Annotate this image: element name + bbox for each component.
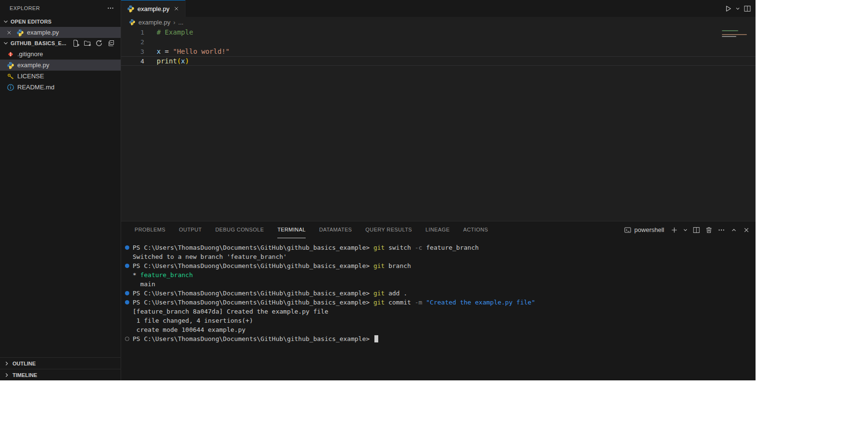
code-line-2[interactable]: 2 [121,37,756,47]
timeline-section-header[interactable]: TIMELINE [0,369,121,380]
panel-actions: powershell [621,225,752,235]
panel-tab-terminal[interactable]: TERMINAL [277,221,306,238]
split-editor-button[interactable] [742,3,753,14]
chevron-down-icon [734,5,741,12]
explorer-header: EXPLORER [0,0,121,16]
terminal-text: PS C:\Users\ThomasDuong\Documents\GitHub… [133,299,535,306]
code-line-1[interactable]: 1# Example [121,27,756,37]
explorer-more-actions-button[interactable] [105,3,116,13]
code-text: x = "Hello world!" [144,48,230,55]
split-terminal-button[interactable] [691,225,702,235]
plus-icon [670,226,678,234]
chevron-up-icon [730,226,738,234]
explorer-title: EXPLORER [10,5,40,11]
tab-label: example.py [137,5,169,12]
terminal[interactable]: PS C:\Users\ThomasDuong\Documents\GitHub… [121,238,756,343]
panel-tab-actions[interactable]: ACTIONS [463,221,488,238]
breadcrumb-file[interactable]: example.py [138,19,170,26]
info-icon [7,84,14,91]
terminal-line: create mode 100644 example.py [121,325,756,334]
code-text: # Example [144,28,193,36]
minimap[interactable] [720,27,755,38]
new-folder-button[interactable] [82,38,93,49]
refresh-icon [95,39,103,47]
python-icon [16,29,24,36]
minimap-line [722,34,747,35]
code-text: print(x) [144,57,189,65]
command-decoration-icon[interactable] [121,245,133,250]
terminal-icon [624,226,632,234]
explorer-sidebar: EXPLORER OPEN EDITORS example.py GITHUB_… [0,0,121,380]
chevron-down-icon [2,39,10,47]
file-label: README.md [17,84,54,91]
code-line-4[interactable]: 4print(x) [121,56,756,66]
code-line-3[interactable]: 3x = "Hello world!" [121,47,756,56]
run-python-file-button[interactable] [723,3,733,14]
close-tab-button[interactable] [172,4,180,13]
code-editor[interactable]: 1# Example23x = "Hello world!"4print(x) [121,27,756,221]
command-decoration-icon[interactable] [121,300,133,304]
new-terminal-button[interactable] [669,225,680,235]
line-number: 2 [121,38,144,46]
command-decoration-icon[interactable] [121,264,133,268]
vscode-window: EXPLORER OPEN EDITORS example.py GITHUB_… [0,0,756,380]
ellipsis-icon [718,226,725,234]
minimap-line [722,30,738,31]
terminal-line: PS C:\Users\ThomasDuong\Documents\GitHub… [121,334,756,343]
terminal-line: PS C:\Users\ThomasDuong\Documents\GitHub… [121,261,756,270]
editor-actions [723,0,756,17]
command-decoration-icon[interactable] [121,337,133,341]
terminal-text: create mode 100644 example.py [133,326,246,333]
close-icon [6,29,12,36]
panel-tab-lineage[interactable]: LINEAGE [425,221,450,238]
panel-more-actions-button[interactable] [716,225,727,235]
close-editor-button[interactable] [5,28,13,37]
new-file-button[interactable] [71,38,81,49]
collapse-all-icon [107,39,114,47]
open-editors-label: OPEN EDITORS [11,19,51,24]
chevron-right-icon [3,371,11,379]
trash-icon [705,226,713,234]
panel-tab-debug-console[interactable]: DEBUG CONSOLE [215,221,264,238]
breadcrumb-symbol[interactable]: ... [178,19,184,26]
open-editors-section-header[interactable]: OPEN EDITORS [0,16,121,27]
close-panel-button[interactable] [741,225,752,235]
file-item-gitignore[interactable]: .gitignore [0,49,121,60]
open-editor-label: example.py [27,29,59,36]
launch-profile-dropdown-button[interactable] [682,225,689,235]
new-folder-icon [84,39,91,47]
command-decoration-icon[interactable] [121,291,133,295]
close-icon [743,226,750,234]
terminal-text: PS C:\Users\ThomasDuong\Documents\GitHub… [133,262,411,269]
collapse-folders-button[interactable] [105,38,116,49]
open-editor-item-example-py[interactable]: example.py [0,27,121,38]
file-item-readme[interactable]: README.md [0,82,121,93]
workspace-section-header[interactable]: GITHUB_BASICS_E... [0,38,121,49]
tab-example-py[interactable]: example.py [121,0,186,17]
refresh-explorer-button[interactable] [94,38,104,49]
terminal-text: PS C:\Users\ThomasDuong\Documents\GitHub… [133,290,407,297]
python-icon [127,5,135,12]
split-panel-icon [693,226,700,234]
run-dropdown-button[interactable] [734,3,741,14]
maximize-panel-button[interactable] [729,225,739,235]
panel-tab-output[interactable]: OUTPUT [179,221,202,238]
terminal-shell-selector[interactable]: powershell [621,226,667,234]
panel-tab-datamates[interactable]: DATAMATES [319,221,352,238]
panel-tab-query-results[interactable]: QUERY RESULTS [365,221,412,238]
outline-section-header[interactable]: OUTLINE [0,357,121,369]
file-label: example.py [17,61,49,69]
file-item-license[interactable]: LICENSE [0,71,121,82]
line-number: 3 [121,48,144,55]
workspace-name: GITHUB_BASICS_E... [11,40,66,46]
outline-label: OUTLINE [12,361,36,366]
kill-terminal-button[interactable] [704,225,714,235]
terminal-line: PS C:\Users\ThomasDuong\Documents\GitHub… [121,243,756,252]
code-lines: 1# Example23x = "Hello world!"4print(x) [121,27,756,66]
breadcrumb-separator: › [173,19,175,26]
terminal-content: PS C:\Users\ThomasDuong\Documents\GitHub… [121,243,756,343]
chevron-down-icon [2,18,10,25]
chevron-right-icon [3,360,11,367]
panel-tab-problems[interactable]: PROBLEMS [135,221,165,238]
file-item-example-py[interactable]: example.py [0,60,121,71]
